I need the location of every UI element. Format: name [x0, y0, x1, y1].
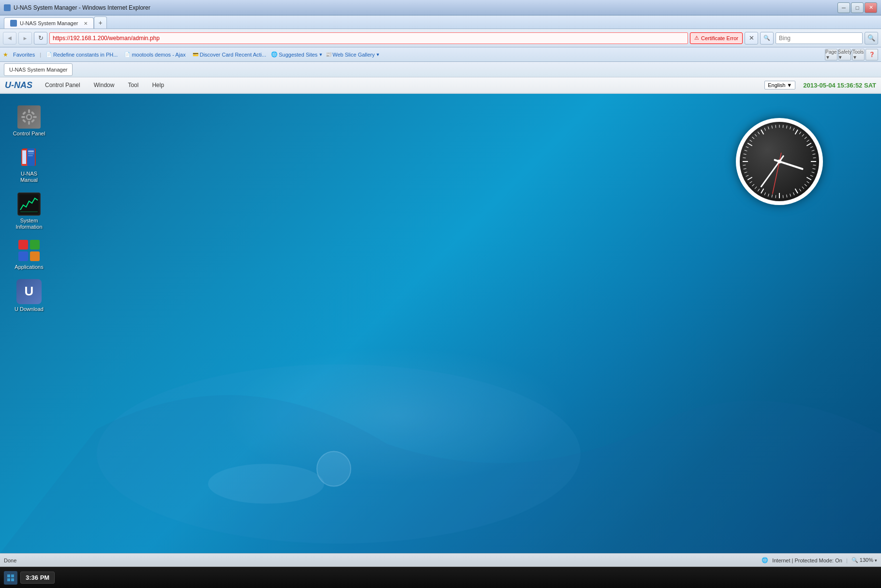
fav-icon-2: 📄 [124, 52, 130, 57]
desktop-icon-control-panel[interactable]: Control Panel [10, 103, 48, 139]
maximize-button[interactable]: □ [851, 2, 864, 13]
system-information-label: System Information [12, 218, 46, 230]
ie-help-button[interactable]: ❓ [866, 49, 878, 60]
address-input[interactable] [49, 32, 688, 44]
svg-line-49 [807, 181, 809, 183]
svg-line-65 [755, 187, 757, 189]
svg-rect-19 [28, 153, 34, 154]
desktop-icon-u-download[interactable]: U U Download [10, 277, 48, 314]
taskbar-clock[interactable]: 3:36 PM [20, 572, 55, 584]
favorites-star-icon: ★ [3, 51, 8, 58]
stop-button[interactable]: ✕ [745, 32, 758, 44]
favorites-bar: ★ Favorites | 📄 Redefine constants in PH… [0, 47, 881, 62]
forward-button[interactable]: ► [18, 32, 32, 44]
ie-tools-safety-button[interactable]: Safety ▼ [838, 49, 851, 60]
fav-icon-1: 📄 [46, 52, 52, 57]
minimize-button[interactable]: ─ [837, 2, 850, 13]
svg-line-44 [813, 165, 816, 165]
svg-rect-6 [21, 116, 25, 118]
svg-text:U: U [25, 284, 34, 298]
desktop-icon-system-information[interactable]: System Information [10, 191, 48, 232]
svg-line-47 [810, 175, 813, 176]
svg-line-50 [805, 184, 806, 186]
svg-line-56 [787, 194, 787, 197]
suggested-sites-button[interactable]: 🌐 Suggested Sites ▼ [271, 51, 323, 58]
status-right: 🌐 Internet | Protected Mode: On | 🔍 130%… [762, 557, 877, 563]
svg-line-30 [787, 126, 787, 129]
svg-line-70 [745, 172, 747, 173]
certificate-error-badge[interactable]: ⚠ Certificate Error [690, 32, 743, 44]
favorites-separator: | [40, 52, 41, 58]
unas-manual-label: U-NAS Manual [12, 171, 46, 183]
fav-label-2: mootools demos - Ajax [132, 52, 185, 58]
language-dropdown[interactable]: English ▼ [764, 81, 795, 89]
clock-face [736, 118, 823, 205]
svg-line-77 [746, 147, 748, 147]
svg-line-75 [744, 154, 747, 154]
ie-tools-tools-button[interactable]: Tools ▼ [852, 49, 865, 60]
fav-item-3[interactable]: 💳 Discover Card Recent Acti... [191, 51, 269, 59]
svg-line-36 [805, 137, 806, 139]
search-input[interactable] [776, 32, 863, 44]
svg-rect-92 [7, 574, 10, 577]
zoom-level[interactable]: 🔍 130% ▾ [851, 557, 877, 563]
svg-line-48 [806, 177, 811, 180]
title-bar: U-NAS System Manager - Windows Internet … [0, 0, 881, 15]
u-download-icon: U [16, 279, 42, 304]
svg-line-54 [793, 192, 794, 195]
unas-logo: U-NAS [5, 80, 32, 90]
svg-rect-17 [22, 150, 26, 164]
ie-tools-page-button[interactable]: Page ▼ [825, 49, 837, 60]
title-bar-left: U-NAS System Manager - Windows Internet … [4, 4, 150, 11]
ie-toolbar-right: Page ▼ Safety ▼ Tools ▼ ❓ [825, 49, 878, 60]
svg-line-35 [802, 134, 804, 136]
svg-line-57 [783, 195, 783, 198]
zoom-icon: 🔍 [851, 557, 858, 563]
svg-line-52 [799, 189, 801, 191]
svg-line-68 [747, 177, 752, 180]
svg-line-51 [802, 187, 804, 189]
desktop-icon-unas-manual[interactable]: U-NAS Manual [10, 144, 48, 185]
favorites-label[interactable]: Favorites [11, 51, 37, 59]
menu-help[interactable]: Help [146, 79, 170, 91]
browser-tab-active[interactable]: U-NAS System Manager ✕ [4, 17, 94, 29]
svg-line-38 [806, 143, 811, 146]
svg-line-61 [768, 194, 769, 197]
new-tab-button[interactable]: + [94, 16, 106, 29]
svg-line-53 [795, 189, 798, 193]
web-slice-gallery-button[interactable]: 📰 Web Slice Gallery ▼ [326, 52, 380, 58]
desktop-icon-applications[interactable]: Applications [10, 237, 48, 272]
page-label: Page ▼ [825, 49, 837, 60]
svg-point-91 [777, 160, 781, 163]
menu-tool[interactable]: Tool [122, 79, 144, 91]
back-button[interactable]: ◄ [3, 32, 16, 44]
language-label: English [768, 82, 785, 88]
close-button[interactable]: ✕ [865, 2, 877, 13]
suggested-sites-dropdown-icon: ▼ [318, 52, 323, 57]
cert-error-label: Certificate Error [701, 35, 738, 41]
tab-close-icon[interactable]: ✕ [84, 21, 88, 26]
search-submit-button[interactable]: 🔍 [865, 32, 878, 44]
taskbar: 3:36 PM [0, 567, 881, 588]
refresh-button[interactable]: ↻ [34, 32, 47, 44]
menu-window[interactable]: Window [88, 79, 120, 91]
taskbar-start-icon[interactable] [4, 571, 17, 585]
fav-item-1[interactable]: 📄 Redefine constants in PH... [44, 51, 119, 59]
svg-line-42 [813, 158, 816, 158]
menu-control-panel[interactable]: Control Panel [39, 79, 86, 91]
desktop-icons-container: Control Panel U-NAS Manual [10, 103, 48, 314]
zone-label: Internet | Protected Mode: On [772, 558, 842, 563]
svg-rect-21 [19, 194, 39, 214]
applications-label: Applications [15, 264, 43, 270]
svg-line-81 [755, 134, 757, 136]
fav-item-2[interactable]: 📄 mootools demos - Ajax [122, 51, 187, 59]
unas-window-tab[interactable]: U-NAS System Manager [4, 63, 73, 76]
svg-line-31 [790, 127, 791, 130]
udownload-svg: U [18, 281, 40, 302]
svg-line-59 [776, 195, 776, 198]
svg-line-76 [745, 150, 747, 151]
datetime-display: 2013-05-04 15:36:52 SAT [803, 82, 876, 89]
water-svg [0, 255, 881, 554]
svg-rect-93 [11, 574, 14, 577]
cert-error-icon: ⚠ [694, 35, 699, 41]
